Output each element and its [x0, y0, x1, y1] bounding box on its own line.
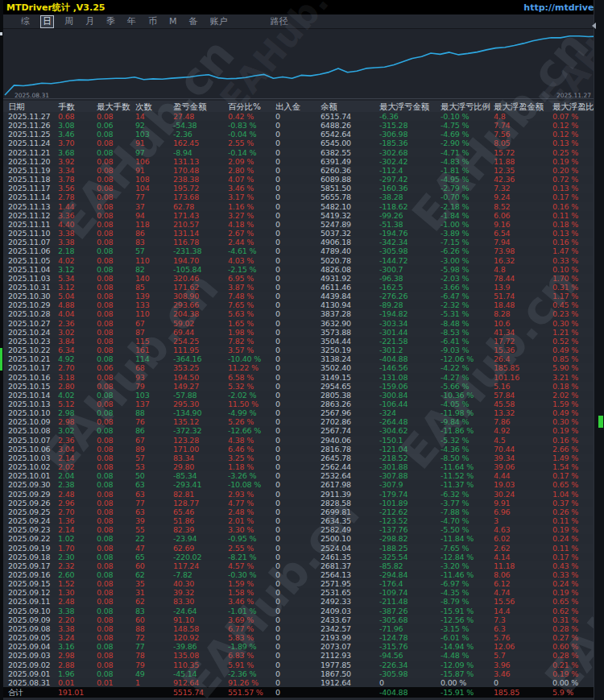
table-row[interactable]: 2025.09.112.480.086283.303.46 %02492.33-…	[0, 597, 604, 606]
table-row[interactable]: 2025.11.183.780.08108238.384.07 %06089.8…	[0, 175, 604, 184]
table-row[interactable]: 2025.11.131.440.083762.781.16 %05482.10-…	[0, 202, 604, 211]
header-balance[interactable]: 余额	[321, 101, 379, 112]
toolbar-item-账户[interactable]: 账户	[209, 16, 230, 27]
table-row[interactable]: 2025.09.241.360.083951.862.01 %02634.35-…	[0, 516, 604, 525]
vertical-scrollbar[interactable]	[594, 0, 604, 700]
table-row[interactable]: 2025.10.226.340.08161111.953.57 %03250.1…	[0, 346, 604, 354]
table-row[interactable]: 2025.10.163.180.0893194.506.58 %03149.15…	[0, 373, 604, 382]
table-row[interactable]: 2025.09.182.300.0865-220.02-8.21 %02461.…	[0, 553, 604, 561]
toolbar-item-备[interactable]: 备	[188, 16, 200, 27]
toolbar-item-path[interactable]: 路径	[269, 16, 290, 27]
toolbar-item-季[interactable]: 季	[105, 16, 117, 27]
table-row[interactable]: 2025.09.292.480.086382.812.93 %02911.39-…	[0, 490, 604, 499]
table-row[interactable]: 2025.09.252.700.086365.462.48 %02699.81-…	[0, 507, 604, 516]
header-lots[interactable]: 手数	[58, 101, 97, 112]
table-row[interactable]: 2025.10.083.020.0886-372.32-12.66 %02567…	[0, 426, 604, 435]
table-row[interactable]: 2025.10.022.020.085329.801.18 %02562.44-…	[0, 462, 604, 471]
table-row[interactable]: 2025.09.162.600.0862-7.82-0.30 %02564.13…	[0, 570, 604, 579]
equity-chart: 2025.08.31 2025.11.27	[0, 29, 604, 101]
table-row[interactable]: 2025.10.135.120.08137295.3011.50 %02863.…	[0, 400, 604, 408]
header-max-float-profit[interactable]: 最大浮盈金额	[494, 101, 552, 112]
table-row[interactable]: 2025.10.214.920.08114-364.16-10.40 %0313…	[0, 354, 604, 363]
table-row[interactable]: 2025.10.012.040.0850-85.34-3.26 %02532.6…	[0, 471, 604, 480]
toolbar-item-年[interactable]: 年	[126, 16, 138, 27]
header-max-float-loss-pct[interactable]: 最大浮亏比例	[441, 101, 494, 112]
table-row[interactable]: 2025.11.103.380.0886131.142.67 %05037.32…	[0, 229, 604, 238]
table-row[interactable]: 2025.11.173.560.08104195.723.46 %05851.5…	[0, 184, 604, 193]
table-row[interactable]: 2025.11.035.340.08140320.466.95 %04931.9…	[0, 274, 604, 283]
table-row[interactable]: 2025.09.121.300.083139.321.58 %02531.65-…	[0, 588, 604, 597]
table-row[interactable]: 2025.08.310.010.011912.6491.26 %01912.64…	[0, 678, 604, 687]
header-profit[interactable]: 盈亏金额	[173, 101, 228, 112]
toolbar-item-周[interactable]: 周	[63, 16, 75, 27]
toolbar: 综日周月季年币M备账户路径	[0, 14, 604, 29]
table-row[interactable]: 2025.11.062.180.0857-231.38-4.61 %04789.…	[0, 246, 604, 255]
table-row[interactable]: 2025.11.253.460.08103-2.36-0.04 %06542.6…	[0, 130, 604, 139]
table-row[interactable]: 2025.09.262.960.0877128.774.77 %02828.58…	[0, 499, 604, 507]
table-row[interactable]: 2025.10.243.020.088769.441.98 %03573.88-…	[0, 328, 604, 337]
table-row[interactable]: 2025.09.083.380.0888148.586.77 %02342.57…	[0, 624, 604, 633]
table-row[interactable]: 2025.09.011.960.0849-45.14-2.36 %01867.5…	[0, 669, 604, 678]
table-row[interactable]: 2025.09.043.160.0877-39.86-1.89 %02073.0…	[0, 642, 604, 651]
table-row[interactable]: 2025.10.272.360.086759.021.65 %03632.90-…	[0, 319, 604, 328]
table-row[interactable]: 2025.10.102.980.0888-134.90-4.99 %02567.…	[0, 408, 604, 417]
toolbar-item-币[interactable]: 币	[147, 16, 159, 27]
table-row[interactable]: 2025.09.092.200.086091.103.69 %02433.67-…	[0, 615, 604, 624]
table-row[interactable]: 2025.10.294.880.08133293.667.65 %04130.9…	[0, 300, 604, 309]
table-row[interactable]: 2025.11.213.680.0897-8.94-0.14 %06382.55…	[0, 148, 604, 157]
table-row[interactable]: 2025.11.243.700.0891162.452.55 %06545.00…	[0, 139, 604, 147]
header-deposit[interactable]: 出入金	[275, 101, 321, 112]
table-row[interactable]: 2025.09.032.980.0878135.086.83 %02112.93…	[0, 651, 604, 660]
header-date[interactable]: 日期	[8, 101, 58, 112]
table-row[interactable]: 2025.10.233.840.08115254.257.82 %03504.4…	[0, 337, 604, 346]
cell-max-float-loss-pct: -12.09 %	[441, 661, 494, 669]
table-row[interactable]: 2025.11.270.680.081427.480.42 %06515.74-…	[0, 112, 604, 121]
table-row[interactable]: 2025.09.191.700.084762.692.55 %02524.04-…	[0, 544, 604, 553]
toolbar-item-月[interactable]: 月	[84, 16, 96, 27]
table-row[interactable]: 2025.09.172.320.0860117.244.57 %02681.37…	[0, 561, 604, 570]
cell-profit: 111.95	[173, 346, 228, 354]
table-row[interactable]: 2025.10.144.020.08103-57.88-2.02 %02805.…	[0, 391, 604, 400]
table-row-total[interactable]: 合计191.015515.74551.57 %0-404.88-15.91 %1…	[0, 687, 604, 698]
table-row[interactable]: 2025.11.263.080.0692-54.38-0.83 %06488.2…	[0, 121, 604, 130]
table-row[interactable]: 2025.09.151.520.083540.301.59 %02571.95-…	[0, 579, 604, 588]
table-row[interactable]: 2025.10.072.360.0867123.284.38 %02940.06…	[0, 436, 604, 445]
cell-max-float-profit: 18.48	[494, 300, 552, 309]
toolbar-item-日[interactable]: 日	[40, 15, 54, 28]
table-row[interactable]: 2025.10.172.700.0668353.2511.22 %03502.4…	[0, 363, 604, 372]
table-row[interactable]: 2025.09.022.880.0879110.355.91 %01977.85…	[0, 661, 604, 669]
cell-profit: -220.02	[173, 553, 228, 561]
table-row[interactable]: 2025.11.193.340.0891170.482.80 %06260.36…	[0, 166, 604, 175]
table-row[interactable]: 2025.10.152.800.0879149.275.32 %02954.65…	[0, 382, 604, 391]
toolbar-item-综[interactable]: 综	[19, 16, 31, 27]
table-row[interactable]: 2025.09.103.380.0883-24.64-1.01 %02409.0…	[0, 607, 604, 615]
table-row[interactable]: 2025.11.123.360.0894171.433.27 %05419.32…	[0, 211, 604, 220]
app-url-link[interactable]: http://mtdriver.c	[523, 2, 604, 13]
table-row[interactable]: 2025.10.305.040.08139308.907.48 %04439.8…	[0, 292, 604, 300]
table-row[interactable]: 2025.11.054.020.08110194.704.03 %05020.7…	[0, 256, 604, 265]
table-row[interactable]: 2025.09.053.240.0872120.925.83 %02193.99…	[0, 633, 604, 642]
scrollbar-green-marker[interactable]	[598, 416, 603, 428]
header-max-lots[interactable]: 最大手数	[97, 101, 135, 112]
toolbar-item-M[interactable]: M	[168, 16, 179, 27]
table-row[interactable]: 2025.10.313.120.0885171.623.87 %04611.46…	[0, 283, 604, 292]
table-row[interactable]: 2025.09.221.020.0822-23.94-0.95 %02500.1…	[0, 534, 604, 543]
header-max-float-loss[interactable]: 最大浮亏金额	[379, 101, 441, 112]
table-row[interactable]: 2025.10.092.980.0876135.125.26 %02702.86…	[0, 417, 604, 426]
table-row[interactable]: 2025.10.032.140.085783.343.25 %02645.78-…	[0, 454, 604, 462]
table-row[interactable]: 2025.09.232.140.085582.393.30 %02582.49-…	[0, 525, 604, 534]
table-row[interactable]: 2025.11.142.780.0877173.683.17 %05655.78…	[0, 193, 604, 201]
table-row[interactable]: 2025.09.302.380.0863-293.41-10.08 %02617…	[0, 480, 604, 489]
table-row[interactable]: 2025.11.073.380.0883116.782.44 %04906.18…	[0, 238, 604, 246]
header-percent[interactable]: 百分比%	[228, 101, 275, 112]
table-row[interactable]: 2025.10.063.040.0889171.006.46 %02816.78…	[0, 445, 604, 454]
table-row[interactable]: 2025.11.043.120.0882-105.84-2.15 %04826.…	[0, 265, 604, 274]
table-row[interactable]: 2025.10.284.040.08110204.385.63 %03837.2…	[0, 309, 604, 318]
cell-profit: 162.45	[173, 139, 228, 147]
table-row[interactable]: 2025.11.203.920.08106131.132.09 %06391.4…	[0, 157, 604, 166]
table-row[interactable]: 2025.11.114.400.08118210.574.18 %05247.8…	[0, 220, 604, 229]
cell-trades: 55	[135, 525, 173, 534]
cell-max-float-profit: 7.32	[494, 184, 552, 193]
header-trades[interactable]: 次数	[135, 101, 173, 112]
scroll-arrow-icon[interactable]	[592, 23, 596, 29]
